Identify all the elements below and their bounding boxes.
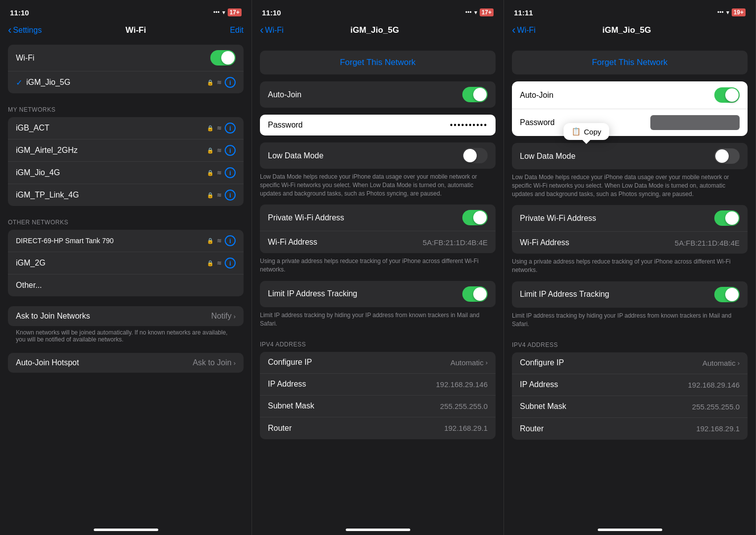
configure-ip-chevron-3: › <box>738 359 740 367</box>
copy-tooltip-3[interactable]: 📋 Copy <box>564 123 609 140</box>
low-data-row-2[interactable]: Low Data Mode <box>260 142 496 169</box>
private-wifi-toggle-2[interactable] <box>462 210 488 225</box>
private-wifi-group-3: Private Wi-Fi Address Wi-Fi Address 5A:F… <box>512 205 748 254</box>
panel2-content: Forget This Network Auto-Join Password •… <box>252 41 504 441</box>
private-wifi-label-2: Private Wi-Fi Address <box>268 213 344 222</box>
wifi-icon-airtel: ≋ <box>217 147 222 154</box>
connected-network-row[interactable]: iGM_Jio_5G 🔒 ≋ i <box>8 71 244 93</box>
igm-airtel-label: iGM_Airtel_2GHz <box>16 146 77 155</box>
private-wifi-row-2[interactable]: Private Wi-Fi Address <box>260 204 496 231</box>
back-button-3[interactable]: Wi-Fi <box>512 25 536 36</box>
info-btn-igb[interactable]: i <box>225 123 236 134</box>
info-btn-tplink[interactable]: i <box>225 190 236 201</box>
password-row-2[interactable]: Password •••••••••• <box>260 115 496 135</box>
router-label-3: Router <box>520 424 544 433</box>
info-btn-2g[interactable]: i <box>225 258 236 268</box>
ask-join-row: Ask to Join Networks Notify › <box>8 306 244 326</box>
configure-ip-row-3[interactable]: Configure IP Automatic › <box>512 352 748 374</box>
limit-ip-row-3[interactable]: Limit IP Address Tracking <box>512 281 748 308</box>
low-data-toggle-3[interactable] <box>714 148 740 164</box>
back-button-1[interactable]: Settings <box>8 25 42 36</box>
lock-icon-tplink: 🔒 <box>207 192 214 199</box>
status-icons-3: ••• ▾ 19+ <box>717 8 746 16</box>
autojoin-row-2[interactable]: Auto-Join <box>260 81 496 108</box>
ask-join-value: Notify › <box>211 312 236 321</box>
network-other[interactable]: Other... <box>8 274 244 296</box>
network-igm-2g[interactable]: iGM_2G 🔒 ≋ i <box>8 252 244 274</box>
private-wifi-row-3[interactable]: Private Wi-Fi Address <box>512 205 748 232</box>
ask-join-chevron: › <box>234 313 236 320</box>
low-data-group-3: Low Data Mode <box>512 143 748 169</box>
autojoin-card-toggle-3[interactable] <box>714 87 740 103</box>
autojoin-card-row-3[interactable]: Auto-Join <box>512 81 748 109</box>
router-row-3: Router 192.168.29.1 <box>512 418 748 440</box>
panel3-content: Forget This Network Auto-Join Password 📋… <box>504 41 756 442</box>
cellular-icon-2: ••• <box>465 9 472 16</box>
edit-button-1[interactable]: Edit <box>230 26 244 35</box>
panel-2: 11:10 ••• ▾ 17+ Wi-Fi iGM_Jio_5G Forget … <box>252 0 504 535</box>
password-card-row-3[interactable]: Password <box>512 109 748 136</box>
network-igm-airtel[interactable]: iGM_Airtel_2GHz 🔒 ≋ i <box>8 139 244 162</box>
panel1-content: Wi-Fi iGM_Jio_5G 🔒 ≋ i MY NETWORKS iGB_A… <box>0 41 252 373</box>
router-value-2: 192.168.29.1 <box>444 424 488 432</box>
hotspot-value: Ask to Join › <box>192 358 236 367</box>
hotspot-item[interactable]: Auto-Join Hotspot Ask to Join › <box>8 353 244 373</box>
info-btn-direct[interactable]: i <box>225 235 236 246</box>
ask-join-desc: Known networks will be joined automatica… <box>8 326 244 348</box>
status-bar-2: 11:10 ••• ▾ 17+ <box>252 0 504 22</box>
forget-network-3[interactable]: Forget This Network <box>512 51 748 74</box>
info-btn-jio4g[interactable]: i <box>225 167 236 178</box>
limit-ip-row-2[interactable]: Limit IP Address Tracking <box>260 281 496 307</box>
wifi-icon-jio4g: ≋ <box>217 169 222 176</box>
subnet-mask-label-3: Subnet Mask <box>520 402 566 411</box>
limit-ip-toggle-2[interactable] <box>462 286 488 302</box>
configure-ip-value-2: Automatic › <box>450 358 488 367</box>
wifi-toggle[interactable] <box>210 50 236 66</box>
lock-icon-igb: 🔒 <box>207 125 214 132</box>
private-wifi-toggle-3[interactable] <box>714 210 740 226</box>
ip-address-value-2: 192.168.29.146 <box>436 380 488 389</box>
ipv4-group-2: Configure IP Automatic › IP Address 192.… <box>260 352 496 439</box>
lock-icon-connected: 🔒 <box>207 79 214 86</box>
low-data-group-2: Low Data Mode <box>260 142 496 169</box>
home-indicator-2 <box>346 529 410 531</box>
nav-title-3: iGM_Jio_5G <box>602 25 651 35</box>
info-btn-airtel[interactable]: i <box>225 145 236 156</box>
low-data-toggle-2[interactable] <box>462 148 488 163</box>
network-igm-jio4g[interactable]: iGM_Jio_4G 🔒 ≋ i <box>8 162 244 184</box>
forget-network-2[interactable]: Forget This Network <box>260 51 496 74</box>
network-direct[interactable]: DIRECT-69-HP Smart Tank 790 🔒 ≋ i <box>8 230 244 252</box>
nav-bar-3: Wi-Fi iGM_Jio_5G <box>504 22 756 41</box>
ask-join-item[interactable]: Ask to Join Networks Notify › <box>8 306 244 326</box>
autojoin-group-2: Auto-Join <box>260 81 496 108</box>
panel-1: 11:10 ••• ▾ 17+ Settings Wi-Fi Edit Wi-F… <box>0 0 252 535</box>
configure-ip-row-2[interactable]: Configure IP Automatic › <box>260 352 496 374</box>
network-igb-act[interactable]: iGB_ACT 🔒 ≋ i <box>8 117 244 139</box>
nav-title-1: Wi-Fi <box>126 25 146 35</box>
wifi-addr-note-3: Using a private address helps reduce tra… <box>504 256 756 279</box>
ip-address-label-3: IP Address <box>520 380 558 389</box>
other-networks-group: DIRECT-69-HP Smart Tank 790 🔒 ≋ i iGM_2G… <box>8 230 244 296</box>
status-time-1: 11:10 <box>10 8 29 17</box>
limit-ip-toggle-3[interactable] <box>714 287 740 302</box>
cellular-icon-3: ••• <box>717 9 724 16</box>
igm-tplink-label: iGM_TP_Link_4G <box>16 191 79 200</box>
other-networks-label: OTHER NETWORKS <box>0 216 252 228</box>
igm-2g-label: iGM_2G <box>16 259 46 268</box>
ip-address-label-2: IP Address <box>268 380 306 389</box>
subnet-mask-value-3: 255.255.255.0 <box>692 402 740 411</box>
direct-right: 🔒 ≋ i <box>207 235 236 246</box>
ask-join-label: Ask to Join Networks <box>16 312 90 321</box>
igm-jio4g-right: 🔒 ≋ i <box>207 167 236 178</box>
info-btn-connected[interactable]: i <box>225 77 236 88</box>
network-igm-tplink[interactable]: iGM_TP_Link_4G 🔒 ≋ i <box>8 184 244 206</box>
wifi-addr-note-2: Using a private address helps reduce tra… <box>252 255 504 279</box>
low-data-row-3[interactable]: Low Data Mode <box>512 143 748 169</box>
autojoin-toggle-2[interactable] <box>462 87 488 102</box>
cellular-icon-1: ••• <box>213 9 220 16</box>
subnet-mask-row-2: Subnet Mask 255.255.255.0 <box>260 396 496 417</box>
copy-label: Copy <box>584 128 601 136</box>
back-button-2[interactable]: Wi-Fi <box>260 25 284 36</box>
wifi-toggle-row[interactable]: Wi-Fi <box>8 45 244 71</box>
configure-ip-label-2: Configure IP <box>268 358 312 367</box>
